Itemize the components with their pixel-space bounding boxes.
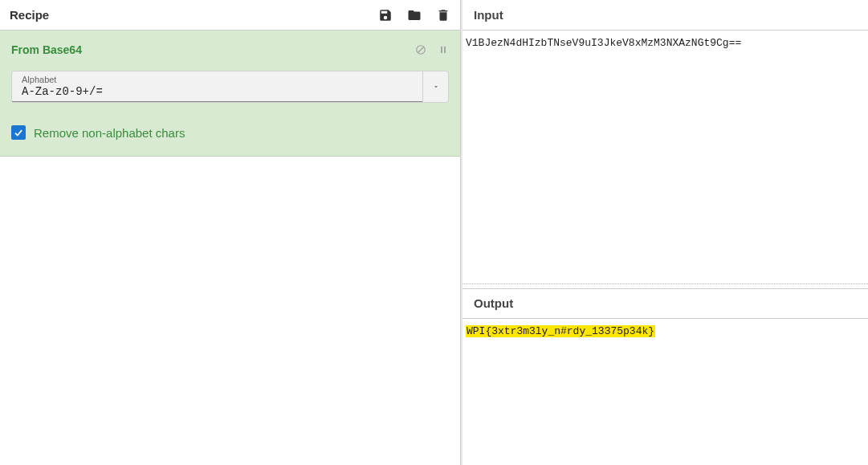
output-section: Output WPI{3xtr3m3ly_n#rdy_13375p34k} <box>463 288 868 465</box>
svg-rect-2 <box>441 47 442 53</box>
pause-icon[interactable] <box>438 44 449 55</box>
remove-nonalpha-label: Remove non-alphabet chars <box>34 126 185 140</box>
recipe-header: Recipe <box>0 0 460 31</box>
recipe-title: Recipe <box>10 8 378 22</box>
output-header: Output <box>463 288 868 319</box>
output-title: Output <box>474 296 513 310</box>
operation-controls <box>415 44 449 55</box>
io-panel: Input V1BJezN4dHIzbTNseV9uI3JkeV8xMzM3NX… <box>463 0 868 465</box>
folder-icon[interactable] <box>407 8 422 22</box>
operation-header: From Base64 <box>11 43 449 56</box>
output-textarea[interactable]: WPI{3xtr3m3ly_n#rdy_13375p34k} <box>463 319 868 465</box>
input-section: Input V1BJezN4dHIzbTNseV9uI3JkeV8xMzM3NX… <box>463 0 868 283</box>
alphabet-dropdown-button[interactable] <box>422 71 448 102</box>
svg-line-1 <box>418 47 424 53</box>
output-highlight: WPI{3xtr3m3ly_n#rdy_13375p34k} <box>466 325 655 337</box>
recipe-panel: Recipe From Base64 <box>0 0 461 465</box>
alphabet-input-wrap[interactable]: Alphabet <box>12 71 422 102</box>
input-textarea[interactable]: V1BJezN4dHIzbTNseV9uI3JkeV8xMzM3NXAzNGt9… <box>463 31 868 283</box>
alphabet-input-group: Alphabet <box>11 71 449 103</box>
svg-rect-3 <box>444 47 446 53</box>
trash-icon[interactable] <box>436 8 450 22</box>
recipe-drop-area[interactable] <box>0 157 460 465</box>
remove-nonalpha-checkbox[interactable] <box>11 125 26 140</box>
alphabet-input[interactable] <box>22 85 414 99</box>
input-title: Input <box>474 8 503 22</box>
input-header: Input <box>463 0 868 31</box>
disable-icon[interactable] <box>415 44 426 55</box>
operation-title: From Base64 <box>11 43 415 56</box>
operation-from-base64: From Base64 Alphabet Re <box>0 31 460 157</box>
save-icon[interactable] <box>378 8 393 22</box>
recipe-toolbar <box>378 8 450 22</box>
alphabet-label: Alphabet <box>22 75 414 84</box>
remove-nonalpha-row: Remove non-alphabet chars <box>11 125 449 140</box>
